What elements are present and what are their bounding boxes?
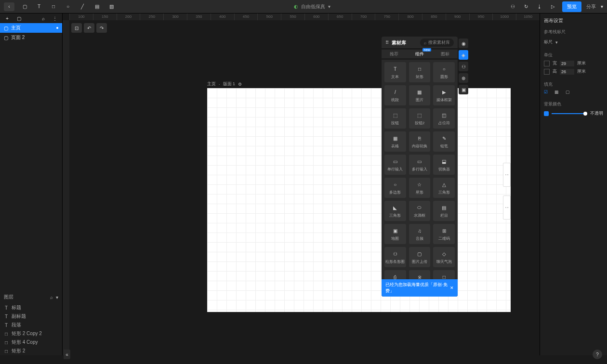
component-icon: / [391,88,399,96]
play-icon[interactable]: ▷ [549,2,557,11]
rect-tool-icon[interactable]: □ [49,2,58,11]
outline-collapse-icon[interactable]: ▾ [56,295,58,300]
artboard-settings-icon[interactable]: ⚙ [238,82,242,87]
vtab-5[interactable]: ▣ [459,85,468,94]
panel-drag-icon[interactable]: ⠿ [385,40,389,45]
artboard-canvas[interactable] [207,88,511,312]
share-label[interactable]: 分享 [586,3,596,10]
share-dropdown-icon[interactable]: ▾ [601,4,603,9]
outline-search-icon[interactable]: ⌕ [50,295,53,300]
file-icon[interactable]: ▢ [20,2,29,11]
component-icon: ✎ [440,134,448,142]
outline-item[interactable]: T段落 [0,321,62,329]
tab-components[interactable]: 组件new [407,49,433,59]
fill-checkbox-off[interactable]: ▢ [566,90,570,94]
component-cell[interactable]: ◇聊天气泡 [433,247,455,267]
component-footer[interactable]: 已经为您加载海量优质「原创·免费」 ✕ [382,279,458,297]
component-cell[interactable]: ▦表格 [384,131,406,152]
component-cell[interactable]: ⬚按钮 [384,108,406,129]
preview-button[interactable]: 预览 [562,1,581,12]
image-tool-icon[interactable]: ▧ [107,2,116,11]
outline-item[interactable]: T副标题 [0,312,62,321]
component-cell[interactable]: ⬭水滴框 [409,201,431,221]
tab-recommend[interactable]: 推荐 [382,49,407,59]
component-cell[interactable]: ▭单行输入 [384,155,406,175]
component-cell[interactable]: ⎙相机 [384,270,406,279]
history-icon[interactable]: ↻ [522,2,530,11]
component-cell[interactable]: □矩形 [409,62,431,82]
component-search[interactable]: ⌕ 搜索素材库 [420,39,454,47]
component-cell[interactable]: ☆星形 [409,178,431,198]
component-cell[interactable]: ※特效 [409,270,431,279]
layer-type-icon: □ [4,331,9,336]
user-icon[interactable]: ⚇ [508,2,517,11]
ruler-dropdown-icon[interactable]: ▾ [555,40,558,45]
color-swatch[interactable] [544,111,549,116]
vtab-3[interactable]: ⚇ [459,62,468,71]
artboard-label[interactable]: 主页 · 版面 1 ⚙ [207,81,242,87]
component-cell[interactable]: ▣地图 [384,224,406,244]
outline-item[interactable]: □矩形 4 Copy [0,338,62,347]
component-cell[interactable]: ⚇柱形条形图 [384,247,406,267]
page-item-home[interactable]: ▢ 主页 [0,23,62,33]
close-footer-icon[interactable]: ✕ [450,286,454,290]
more-icon[interactable]: ⋮ [51,14,59,23]
component-cell[interactable]: ♫音频 [409,224,431,244]
page-item-2[interactable]: ▢ 页面 2 [0,33,62,42]
collapse-left-icon[interactable]: « [64,350,70,359]
component-label: 栏目 [440,213,448,218]
back-button[interactable]: ‹ [4,2,14,11]
outline-item[interactable]: □矩形 2 [0,347,62,355]
note-tool-icon[interactable]: ▤ [92,2,101,11]
add-page-icon[interactable]: + [3,14,12,23]
vtab-2[interactable]: ◈ [459,50,468,60]
undo-icon[interactable]: ↶ [84,23,94,33]
dropdown-icon[interactable]: ▾ [328,4,330,9]
fill-checkbox-on[interactable]: ☑ [544,90,548,94]
component-cell[interactable]: ○多边形 [384,178,406,198]
component-cell[interactable]: /线段 [384,85,406,105]
fill-option-icon[interactable]: ▦ [554,90,559,94]
component-cell[interactable]: ▢图片上传 [409,247,431,267]
component-cell[interactable]: ▭多行输入 [409,155,431,175]
help-icon[interactable]: ? [593,350,602,359]
folder-icon[interactable]: ▢ [14,14,23,23]
component-cell[interactable]: T文本 [384,62,406,82]
width-input[interactable] [560,61,574,66]
download-icon[interactable]: ⭳ [535,2,544,11]
ruler-tick: 350 [187,13,211,20]
outline-item[interactable]: T标题 [0,303,62,312]
zoom-fit-icon[interactable]: ⊡ [71,23,82,33]
component-cell[interactable]: ▦图片 [409,85,431,105]
component-cell[interactable]: ◫占位符 [433,108,455,129]
component-icon: ◣ [391,204,399,211]
canvas-area[interactable]: 1001502002503003504004505005506006507007… [63,13,540,355]
component-cell[interactable]: ▶媒体框架 [433,85,455,105]
search-pages-icon[interactable]: ⌕ [39,14,48,23]
component-cell[interactable]: ✎铅笔 [433,131,455,152]
side-handle-1[interactable]: ⋮ [503,163,511,187]
component-label: 切换器 [438,167,450,172]
tab-icons[interactable]: 图标 [432,49,458,59]
component-cell[interactable]: ◣三角形 [384,201,406,221]
side-handle-2[interactable]: ⋮ [503,195,511,220]
component-cell[interactable]: △三角形 [433,178,455,198]
doc-status-icon: ◐ [294,4,298,9]
vtab-4[interactable]: ⊕ [459,73,468,83]
outline-item[interactable]: □矩形 2 Copy 2 [0,329,62,338]
component-icon: ▢ [416,250,423,258]
redo-icon[interactable]: ↷ [96,23,107,33]
component-cell[interactable]: ⎘内容轮换 [409,131,431,152]
vtab-1[interactable]: ◉ [459,39,468,48]
text-tool-icon[interactable]: T [35,2,43,11]
component-cell[interactable]: ⬚按钮2 [409,108,431,129]
component-cell[interactable]: ⬓切换器 [433,155,455,175]
opacity-slider[interactable] [552,113,587,114]
component-cell[interactable]: ⊞二维码 [433,224,455,244]
line-tool-icon[interactable]: ╱ [78,2,87,11]
component-cell[interactable]: ○圆形 [433,62,455,82]
component-cell[interactable]: ▤栏目 [433,201,455,221]
component-cell[interactable]: □框架 [433,270,455,279]
circle-tool-icon[interactable]: ○ [64,2,72,11]
height-input[interactable] [560,69,574,75]
